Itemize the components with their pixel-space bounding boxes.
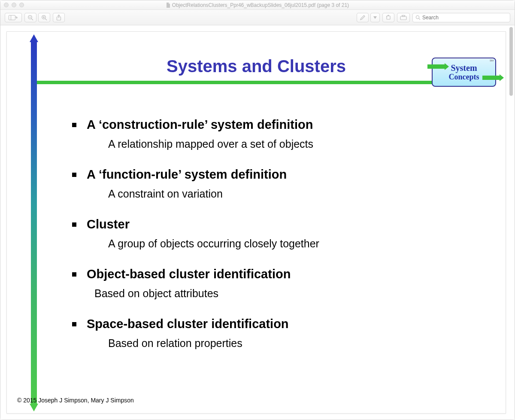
item-sub: Based on object attributes: [94, 287, 471, 300]
slide-body: A ‘construction-rule’ system definition …: [72, 118, 471, 350]
svg-line-18: [419, 18, 420, 20]
markup-button[interactable]: [357, 13, 369, 22]
logo-service-mark: SM: [490, 59, 494, 62]
zoom-out-button[interactable]: [24, 13, 36, 22]
share-controls: [53, 13, 65, 22]
document-icon: [166, 3, 170, 8]
svg-rect-0: [9, 15, 15, 20]
sidebar-controls: [5, 13, 22, 22]
svg-rect-15: [400, 16, 406, 20]
bullet-icon: [72, 272, 76, 277]
item-heading: Object-based cluster identification: [87, 267, 291, 281]
list-item: Space-based cluster identification Based…: [72, 317, 471, 350]
bullet-icon: [72, 123, 76, 127]
search-field[interactable]: [412, 13, 510, 22]
highlight-button[interactable]: [397, 13, 410, 22]
minimize-window-button[interactable]: [12, 3, 16, 7]
list-item: Object-based cluster identification Base…: [72, 267, 471, 300]
vertical-scrollbar[interactable]: [509, 26, 514, 419]
pdf-page: Systems and Clusters SM System Concepts …: [6, 31, 506, 414]
title-underline: [37, 81, 488, 84]
svg-marker-12: [373, 16, 377, 19]
close-window-button[interactable]: [4, 3, 9, 7]
list-item: Cluster A group of objects occurring clo…: [72, 217, 471, 250]
svg-line-4: [31, 18, 33, 20]
annotate-controls: [357, 13, 380, 22]
svg-line-7: [45, 18, 47, 20]
titlebar: ObjectRelationsClusters_Ppr46_wBackupSli…: [0, 0, 515, 10]
system-concepts-logo: SM System Concepts: [432, 58, 496, 87]
svg-rect-13: [387, 16, 390, 19]
zoom-in-button[interactable]: [38, 13, 50, 22]
svg-rect-16: [402, 15, 405, 16]
item-sub: Based on relation properties: [108, 337, 471, 350]
bullet-icon: [72, 322, 76, 326]
document-viewport[interactable]: Systems and Clusters SM System Concepts …: [0, 25, 515, 420]
sidebar-toggle-button[interactable]: [5, 13, 22, 22]
search-input[interactable]: [422, 15, 507, 21]
scrollbar-thumb[interactable]: [509, 27, 513, 96]
window-controls: [4, 3, 24, 7]
zoom-window-button[interactable]: [19, 3, 24, 7]
vertical-gradient-arrow: [31, 42, 37, 404]
item-sub: A group of objects occurring closely tog…: [108, 237, 471, 250]
item-heading: Cluster: [87, 217, 130, 231]
item-sub: A constraint on variation: [108, 188, 471, 200]
logo-line-2: Concepts: [449, 73, 479, 81]
item-heading: Space-based cluster identification: [87, 317, 289, 331]
item-heading: A ‘construction-rule’ system definition: [87, 118, 313, 132]
toolbar: [0, 10, 515, 25]
markup-menu-button[interactable]: [370, 13, 380, 22]
logo-arrow-right: [482, 76, 500, 80]
list-item: A ‘function-rule’ system definition A co…: [72, 167, 471, 200]
window-title-text: ObjectRelationsClusters_Ppr46_wBackupSli…: [172, 2, 349, 8]
zoom-controls: [24, 13, 50, 22]
logo-arrow-left: [427, 64, 445, 69]
copyright-line: © 2015 Joseph J Simpson, Mary J Simpson: [17, 397, 134, 404]
bullet-icon: [72, 222, 76, 227]
bullet-icon: [72, 173, 76, 177]
share-button[interactable]: [53, 13, 65, 22]
item-sub: A relationship mapped over a set of obje…: [108, 138, 471, 150]
pdf-viewer-window: ObjectRelationsClusters_Ppr46_wBackupSli…: [0, 0, 515, 420]
search-icon: [415, 15, 421, 20]
list-item: A ‘construction-rule’ system definition …: [72, 118, 471, 150]
svg-marker-2: [16, 16, 18, 19]
item-heading: A ‘function-rule’ system definition: [87, 167, 287, 182]
slide: Systems and Clusters SM System Concepts …: [7, 32, 506, 413]
window-title: ObjectRelationsClusters_Ppr46_wBackupSli…: [0, 2, 515, 8]
logo-line-1: System: [451, 64, 477, 72]
svg-point-17: [416, 15, 419, 18]
rotate-button[interactable]: [382, 13, 394, 22]
